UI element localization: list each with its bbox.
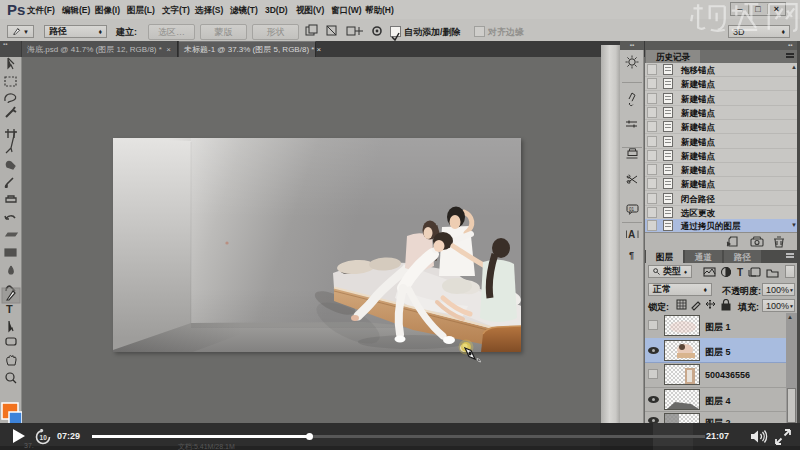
svg-text:T: T [6,303,13,315]
svg-text:¶: ¶ [629,250,634,260]
svg-text:10: 10 [40,434,48,441]
svg-text:A: A [628,229,635,240]
svg-text:01: 01 [629,207,635,212]
svg-text:T: T [737,267,743,278]
